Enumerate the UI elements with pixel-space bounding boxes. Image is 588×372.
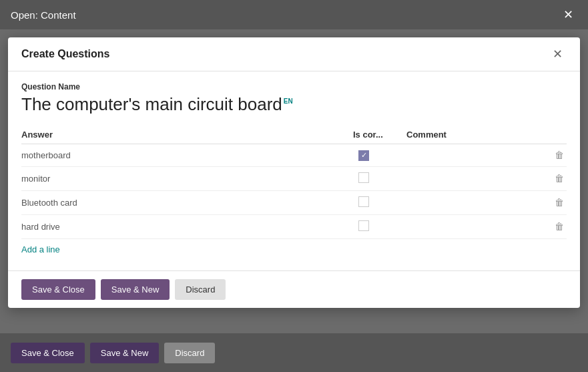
inner-modal-body: Question Name The computer's main circui…: [8, 71, 580, 270]
comment-cell: [406, 190, 540, 214]
outer-modal-body: Create Questions ✕ Question Name The com…: [0, 29, 588, 333]
outer-modal: Open: Content ✕ Create Questions ✕ Quest…: [0, 0, 588, 372]
question-name-label: Question Name: [21, 82, 567, 91]
inner-save-close-button[interactable]: Save & Close: [21, 279, 95, 300]
trash-icon[interactable]: 🗑: [555, 173, 564, 184]
outer-save-new-button[interactable]: Save & New: [90, 343, 160, 363]
delete-column-header: [540, 126, 567, 144]
inner-save-new-button[interactable]: Save & New: [101, 279, 170, 300]
table-row: Bluetooth card🗑: [21, 190, 567, 214]
checkbox-unchecked[interactable]: [358, 196, 369, 207]
inner-modal: Create Questions ✕ Question Name The com…: [8, 37, 580, 308]
inner-modal-header: Create Questions ✕: [8, 37, 580, 71]
is-correct-cell[interactable]: [353, 214, 406, 238]
table-row: monitor🗑: [21, 166, 567, 190]
answer-cell: Bluetooth card: [21, 190, 353, 214]
outer-modal-title: Open: Content: [11, 9, 76, 21]
answer-column-header: Answer: [21, 126, 353, 144]
outer-discard-button[interactable]: Discard: [164, 343, 215, 363]
question-name-text: The computer's main circuit board: [21, 94, 282, 114]
comment-cell: [406, 166, 540, 190]
is-correct-cell[interactable]: [353, 190, 406, 214]
comment-cell: [406, 144, 540, 167]
table-row: motherboard✓🗑: [21, 144, 567, 167]
checkbox-checked[interactable]: ✓: [358, 150, 369, 161]
inner-close-button[interactable]: ✕: [549, 47, 567, 61]
checkbox-unchecked[interactable]: [358, 172, 369, 183]
answers-table: Answer Is cor... Comment motherboard✓🗑mo…: [21, 126, 567, 239]
table-row: hard drive🗑: [21, 214, 567, 238]
inner-discard-button[interactable]: Discard: [175, 279, 226, 300]
is-correct-cell[interactable]: ✓: [353, 144, 406, 167]
delete-cell[interactable]: 🗑: [540, 166, 567, 190]
outer-close-button[interactable]: ✕: [559, 7, 577, 22]
answer-cell: motherboard: [21, 144, 353, 167]
add-a-line-button[interactable]: Add a line: [21, 239, 60, 260]
checkbox-unchecked[interactable]: [358, 220, 369, 231]
delete-cell[interactable]: 🗑: [540, 144, 567, 167]
trash-icon[interactable]: 🗑: [555, 197, 564, 208]
outer-save-close-button[interactable]: Save & Close: [11, 343, 85, 363]
table-header-row: Answer Is cor... Comment: [21, 126, 567, 144]
inner-modal-footer: Save & Close Save & New Discard: [8, 270, 580, 308]
comment-column-header: Comment: [406, 126, 540, 144]
trash-icon[interactable]: 🗑: [555, 150, 564, 160]
delete-cell[interactable]: 🗑: [540, 190, 567, 214]
is-correct-cell[interactable]: [353, 166, 406, 190]
is-correct-column-header: Is cor...: [353, 126, 406, 144]
lang-badge: EN: [284, 98, 293, 105]
inner-modal-title: Create Questions: [21, 48, 109, 60]
question-name-value: The computer's main circuit boardEN: [21, 94, 293, 115]
answer-cell: monitor: [21, 166, 353, 190]
delete-cell[interactable]: 🗑: [540, 214, 567, 238]
answer-cell: hard drive: [21, 214, 353, 238]
outer-modal-footer: Save & Close Save & New Discard: [0, 333, 588, 372]
trash-icon[interactable]: 🗑: [555, 221, 564, 232]
outer-modal-header: Open: Content ✕: [0, 0, 588, 29]
comment-cell: [406, 214, 540, 238]
